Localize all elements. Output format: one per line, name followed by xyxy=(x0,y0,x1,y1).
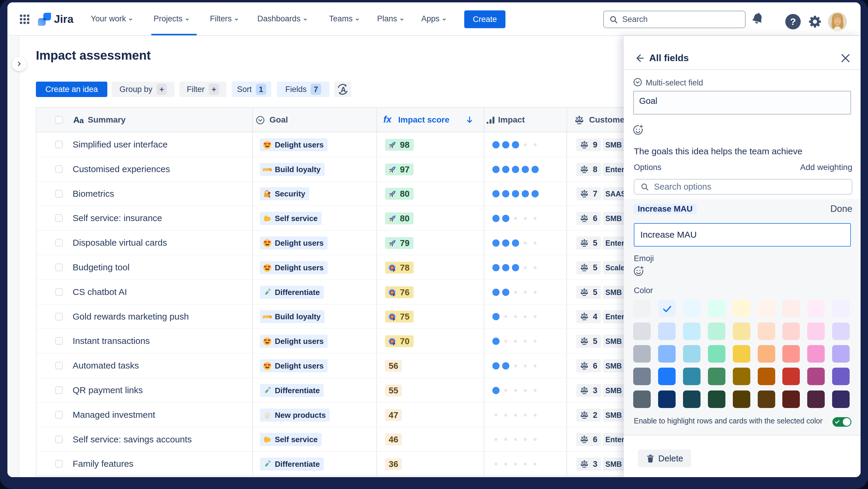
svg-text:A: A xyxy=(341,85,346,94)
svg-text:?: ? xyxy=(790,16,796,27)
